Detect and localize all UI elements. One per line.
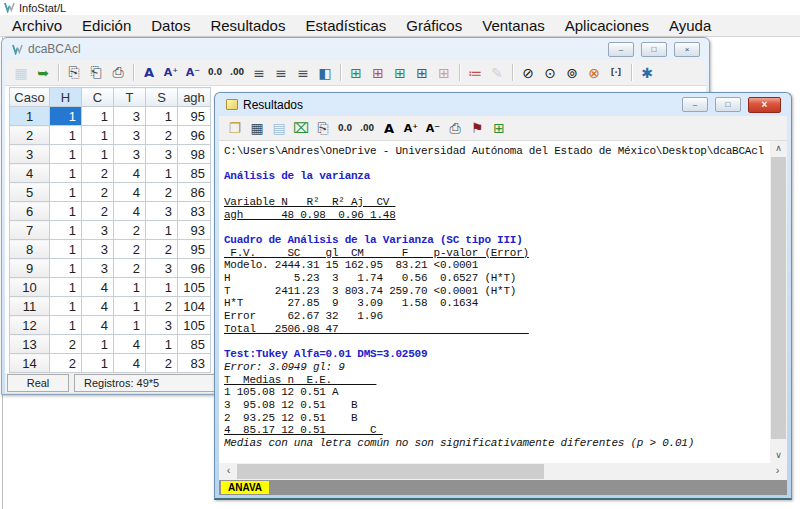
print-icon[interactable]: ⎙ bbox=[445, 119, 465, 138]
cell[interactable]: 4 bbox=[82, 297, 114, 316]
table-icon[interactable]: ⊞ bbox=[489, 119, 509, 138]
cell[interactable]: 3 bbox=[146, 316, 178, 335]
decimals-decrease-icon[interactable]: .00 bbox=[357, 119, 377, 138]
menu-datos[interactable]: Datos bbox=[141, 15, 200, 37]
restore-button[interactable]: □ bbox=[641, 42, 667, 57]
cell[interactable]: 83 bbox=[178, 354, 211, 373]
cell[interactable]: 1 bbox=[146, 107, 178, 126]
add-column-icon[interactable]: ⊞ bbox=[412, 63, 432, 82]
menu-aplicaciones[interactable]: Aplicaciones bbox=[555, 15, 659, 37]
row-header[interactable]: 4 bbox=[10, 164, 50, 183]
cell[interactable]: 1 bbox=[50, 278, 82, 297]
cell[interactable]: 2 bbox=[146, 297, 178, 316]
row-header[interactable]: 10 bbox=[10, 278, 50, 297]
print-icon[interactable]: ⎙ bbox=[108, 63, 128, 82]
cell[interactable]: 2 bbox=[146, 354, 178, 373]
cell[interactable]: 1 bbox=[50, 145, 82, 164]
minimize-button[interactable]: – bbox=[608, 42, 634, 57]
align-left-icon[interactable]: ≡ bbox=[249, 63, 269, 82]
cell[interactable]: 4 bbox=[114, 354, 146, 373]
paste-icon[interactable]: ⎗ bbox=[86, 63, 106, 82]
row-header[interactable]: 3 bbox=[10, 145, 50, 164]
row-header[interactable]: 11 bbox=[10, 297, 50, 316]
cell[interactable]: 95 bbox=[178, 240, 211, 259]
cell[interactable]: 85 bbox=[178, 164, 211, 183]
menu-ventanas[interactable]: Ventanas bbox=[472, 15, 555, 37]
cell[interactable]: 2 bbox=[146, 183, 178, 202]
cell[interactable]: 3 bbox=[82, 240, 114, 259]
cell[interactable]: 1 bbox=[50, 107, 82, 126]
menu-resultados[interactable]: Resultados bbox=[200, 15, 295, 37]
cell[interactable]: 1 bbox=[50, 183, 82, 202]
export-icon[interactable]: ➥ bbox=[33, 63, 53, 82]
row-header[interactable]: 9 bbox=[10, 259, 50, 278]
app-titlebar[interactable]: InfoStat/L bbox=[0, 0, 800, 15]
vertical-scrollbar-thumb[interactable] bbox=[771, 157, 786, 439]
font-increase-icon[interactable]: A⁺ bbox=[401, 119, 421, 138]
cell[interactable]: 2 bbox=[146, 240, 178, 259]
cell[interactable]: 93 bbox=[178, 221, 211, 240]
tab-anava[interactable]: ANAVA bbox=[221, 481, 269, 494]
deactivate-case-icon[interactable]: ⊘ bbox=[518, 63, 538, 82]
align-center-icon[interactable]: ≡ bbox=[271, 63, 291, 82]
activate-case-icon[interactable]: ⊙ bbox=[540, 63, 560, 82]
cell[interactable]: 4 bbox=[114, 183, 146, 202]
row-header[interactable]: 14 bbox=[10, 354, 50, 373]
cell[interactable]: 83 bbox=[178, 202, 211, 221]
cell[interactable]: 1 bbox=[146, 335, 178, 354]
cell[interactable]: 96 bbox=[178, 259, 211, 278]
cell[interactable]: 2 bbox=[114, 240, 146, 259]
font-decrease-icon[interactable]: A⁻ bbox=[423, 119, 443, 138]
restore-button[interactable]: □ bbox=[715, 97, 741, 112]
cell[interactable]: 1 bbox=[146, 221, 178, 240]
cell[interactable]: 105 bbox=[178, 278, 211, 297]
view-case-icon[interactable]: ⊚ bbox=[562, 63, 582, 82]
brackets-icon[interactable]: [·] bbox=[606, 63, 626, 82]
cell[interactable]: 96 bbox=[178, 126, 211, 145]
menu-graficos[interactable]: Gráficos bbox=[396, 15, 472, 37]
close-button[interactable]: × bbox=[674, 42, 700, 57]
cell[interactable]: 2 bbox=[50, 354, 82, 373]
font-increase-icon[interactable]: A⁺ bbox=[161, 63, 181, 82]
fill-color-icon[interactable]: ◧ bbox=[315, 63, 335, 82]
scroll-up-icon[interactable]: ∧ bbox=[770, 141, 787, 156]
cell[interactable]: 1 bbox=[82, 107, 114, 126]
row-header[interactable]: 5 bbox=[10, 183, 50, 202]
row-header[interactable]: 12 bbox=[10, 316, 50, 335]
row-header[interactable]: 7 bbox=[10, 221, 50, 240]
cell[interactable]: 1 bbox=[146, 164, 178, 183]
copy-icon[interactable]: ⎘ bbox=[64, 63, 84, 82]
cell[interactable]: 4 bbox=[114, 335, 146, 354]
cell[interactable]: 86 bbox=[178, 183, 211, 202]
insert-column-icon[interactable]: ⊞ bbox=[390, 63, 410, 82]
row-header[interactable]: 2 bbox=[10, 126, 50, 145]
cell[interactable]: 1 bbox=[50, 316, 82, 335]
cell[interactable]: 1 bbox=[146, 278, 178, 297]
results-window-titlebar[interactable]: Resultados – □ × bbox=[219, 93, 787, 116]
cell[interactable]: 2 bbox=[82, 183, 114, 202]
save-icon[interactable]: ▦ bbox=[247, 119, 267, 138]
cell[interactable]: 3 bbox=[114, 145, 146, 164]
delete-icon[interactable]: ⌧ bbox=[291, 119, 311, 138]
cell[interactable]: 1 bbox=[50, 240, 82, 259]
cell[interactable]: 1 bbox=[114, 297, 146, 316]
cell[interactable]: 2 bbox=[82, 164, 114, 183]
scroll-right-icon[interactable]: › bbox=[770, 463, 785, 480]
font-icon[interactable]: A bbox=[379, 119, 399, 138]
column-header-agh[interactable]: agh bbox=[178, 88, 211, 107]
cell[interactable]: 1 bbox=[114, 316, 146, 335]
insert-row-icon[interactable]: ⊞ bbox=[346, 63, 366, 82]
cell[interactable]: 105 bbox=[178, 316, 211, 335]
cell[interactable]: 4 bbox=[114, 202, 146, 221]
cell[interactable]: 2 bbox=[114, 259, 146, 278]
cell[interactable]: 2 bbox=[114, 221, 146, 240]
cell[interactable]: 3 bbox=[82, 221, 114, 240]
cell[interactable]: 1 bbox=[82, 145, 114, 164]
decimals-decrease-icon[interactable]: .00 bbox=[227, 63, 247, 82]
row-header[interactable]: 6 bbox=[10, 202, 50, 221]
options-icon[interactable]: ✱ bbox=[637, 63, 657, 82]
row-header[interactable]: 13 bbox=[10, 335, 50, 354]
horizontal-scrollbar-thumb[interactable] bbox=[237, 464, 544, 479]
decimals-increase-icon[interactable]: 0.0 bbox=[205, 63, 225, 82]
export-doc-icon[interactable]: ▤ bbox=[269, 119, 289, 138]
